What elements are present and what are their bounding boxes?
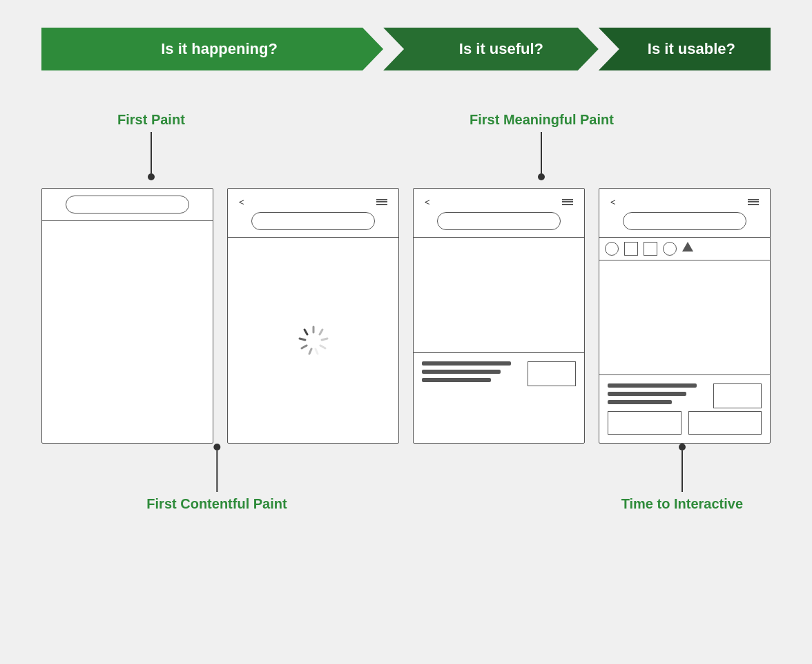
tab-icon-circle-1 — [605, 242, 619, 256]
bottom-btn-1 — [608, 411, 682, 435]
text-line-4 — [608, 383, 697, 388]
screen4-bottom-buttons — [608, 411, 762, 435]
first-contentful-paint-label-group: First Contentful Paint — [146, 444, 287, 512]
screen4-wrapper: < — [599, 188, 771, 444]
svg-line-7 — [300, 339, 305, 340]
first-paint-dot — [148, 173, 155, 180]
text-line-5 — [608, 392, 686, 396]
screen4-nav: < — [608, 196, 762, 208]
banner-arrow-2: Is it useful? — [383, 28, 599, 70]
screen4-tab-bar — [599, 238, 770, 260]
tab-icon-square-1 — [624, 242, 638, 256]
first-contentful-paint-dot — [213, 444, 220, 450]
banner-arrow-1: Is it happening? — [41, 28, 383, 70]
screen3-content-row — [422, 361, 576, 386]
first-paint-label: First Paint — [117, 112, 185, 128]
first-meaningful-paint-label: First Meaningful Paint — [470, 112, 614, 128]
screen1-mockup — [41, 188, 213, 444]
screen2-search-bar — [251, 212, 374, 230]
banner: Is it happening? Is it useful? Is it usa… — [41, 28, 771, 70]
screen1-header — [42, 189, 213, 221]
screen3-search-bar — [437, 212, 560, 230]
screen3-header: < — [414, 189, 584, 238]
screen4-mockup: < — [599, 188, 771, 444]
screen4-button — [713, 383, 762, 408]
time-to-interactive-label: Time to Interactive — [621, 496, 743, 512]
text-line-6 — [608, 400, 672, 404]
tab-icon-circle-2 — [663, 242, 677, 256]
loading-spinner — [296, 323, 331, 358]
text-line-3 — [422, 378, 491, 382]
first-contentful-paint-line — [216, 450, 218, 492]
screen3-mockup: < — [413, 188, 585, 444]
screen3-text-block — [422, 361, 521, 386]
svg-line-4 — [316, 349, 318, 354]
svg-line-2 — [322, 339, 327, 340]
back-icon-3: < — [425, 197, 430, 207]
banner-label-2: Is it useful? — [459, 40, 543, 58]
time-to-interactive-line — [682, 450, 683, 492]
screen2-wrapper: < — [227, 188, 399, 444]
first-paint-line — [151, 132, 152, 173]
screen4-header: < — [599, 189, 770, 238]
first-meaningful-paint-dot — [538, 173, 545, 180]
svg-line-8 — [304, 330, 307, 334]
diagram: First Paint First Meaningful Paint — [41, 112, 771, 520]
screen2-mockup: < — [227, 188, 399, 444]
first-meaningful-paint-line — [541, 132, 542, 173]
screen3-button — [528, 361, 576, 386]
screen2-header: < — [228, 189, 398, 238]
screen1-search-bar — [66, 196, 188, 214]
top-labels: First Paint First Meaningful Paint — [41, 112, 771, 188]
bottom-labels: First Contentful Paint Time to Interacti… — [41, 444, 771, 520]
banner-label-1: Is it happening? — [161, 40, 278, 58]
bottom-btn-2 — [688, 411, 762, 435]
back-icon-4: < — [610, 197, 616, 207]
first-paint-label-group: First Paint — [117, 112, 185, 180]
svg-line-1 — [320, 330, 322, 334]
screen3-hero — [414, 238, 584, 353]
svg-line-5 — [309, 349, 311, 354]
screen4-content — [599, 375, 770, 443]
screen1-wrapper — [41, 188, 213, 444]
hamburger-icon-4 — [748, 198, 759, 206]
screen3-content — [414, 353, 584, 443]
screen3-nav: < — [422, 196, 576, 208]
svg-line-6 — [302, 345, 307, 348]
back-icon: < — [239, 197, 244, 207]
screens-row: < — [41, 188, 771, 444]
banner-arrow-3: Is it usable? — [599, 28, 771, 70]
first-contentful-paint-label: First Contentful Paint — [146, 496, 287, 512]
screen2-body — [228, 238, 398, 443]
text-line-1 — [422, 361, 511, 366]
screen1-body — [42, 221, 213, 443]
time-to-interactive-label-group: Time to Interactive — [621, 444, 743, 512]
screen4-search-bar — [623, 212, 746, 230]
tab-icon-square-2 — [644, 242, 657, 256]
first-meaningful-paint-label-group: First Meaningful Paint — [470, 112, 614, 180]
screen4-text-block — [608, 383, 706, 408]
tab-icon-triangle — [682, 242, 693, 252]
screen3-wrapper: < — [413, 188, 585, 444]
hamburger-icon — [376, 198, 387, 206]
svg-line-3 — [320, 345, 325, 348]
text-line-2 — [422, 370, 501, 374]
screen2-nav: < — [236, 196, 390, 208]
screen4-hero — [599, 260, 770, 375]
banner-label-3: Is it usable? — [648, 40, 735, 58]
hamburger-icon-3 — [562, 198, 573, 206]
screen4-content-row — [608, 383, 762, 408]
time-to-interactive-dot — [679, 444, 686, 450]
